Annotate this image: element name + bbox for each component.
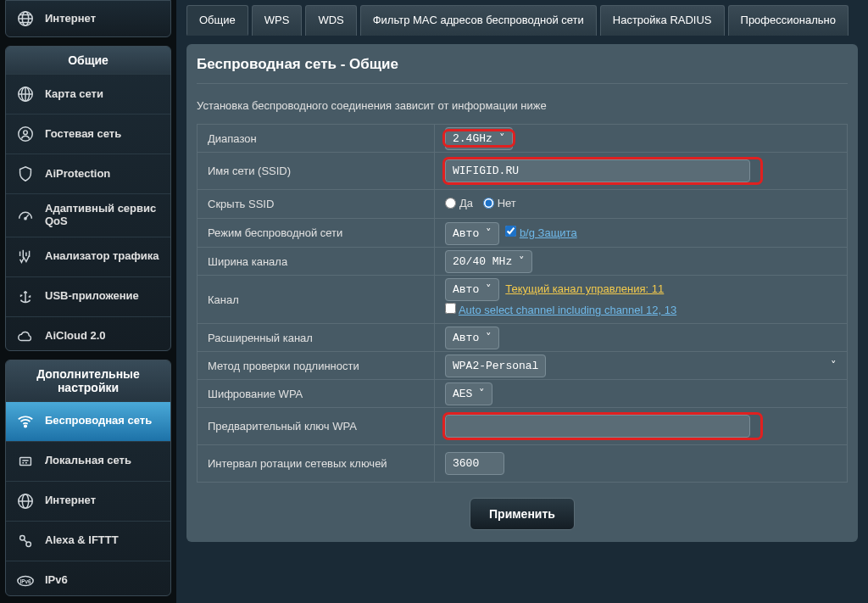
sidebar-group-advanced: Дополнительные настройки Беспроводная се…: [5, 360, 171, 596]
chevron-down-icon: ˅: [519, 255, 525, 268]
sidebar-label: Интернет: [45, 13, 96, 25]
ipv6-icon: IPv6: [14, 570, 36, 592]
bg-protect-label: b/g Защита: [520, 226, 577, 239]
row-mode-label: Режим беспроводной сети: [198, 219, 435, 248]
sidebar-label: Адаптивный сервис QoS: [45, 203, 162, 228]
tab-wds[interactable]: WDS: [305, 5, 356, 36]
row-hide-label: Скрыть SSID: [198, 190, 435, 219]
row-key-label: Предварительный ключ WPA: [198, 408, 435, 445]
settings-table: Диапазон 2.4GHz ˅ Имя сети (SSID): [197, 124, 848, 483]
svg-text:IPv6: IPv6: [19, 578, 31, 583]
chevron-down-icon: ˅: [831, 359, 837, 372]
sidebar-label: AiProtection: [45, 168, 110, 181]
sidebar-label: Alexa & IFTTT: [45, 534, 119, 547]
sidebar-label: Анализатор трафика: [45, 250, 159, 263]
globe-grid-icon: [14, 83, 36, 105]
row-rekey-label: Интервал ротации сетевых ключей: [198, 445, 435, 483]
svg-point-5: [24, 131, 28, 135]
hide-ssid-yes[interactable]: Да: [445, 197, 473, 209]
sidebar-item-aicloud[interactable]: AiCloud 2.0: [6, 317, 170, 351]
svg-point-7: [25, 425, 27, 427]
row-enc-label: Шифрование WPA: [198, 380, 435, 408]
sidebar-item-guest-network[interactable]: Гостевая сеть: [6, 114, 170, 154]
chevron-down-icon: ˅: [486, 227, 492, 240]
rekey-interval-input[interactable]: [445, 452, 504, 475]
sidebar-label: Интернет: [45, 494, 96, 507]
svg-point-6: [25, 218, 26, 220]
ssid-input[interactable]: [445, 159, 750, 182]
globe-icon: [14, 490, 36, 512]
encryption-select[interactable]: AES ˅: [445, 382, 492, 405]
hide-ssid-no[interactable]: Нет: [483, 197, 516, 209]
tabs: Общие WPS WDS Фильтр MAC адресов беспров…: [186, 5, 858, 36]
ext-channel-select[interactable]: Авто ˅: [445, 327, 499, 349]
sidebar-section-title: Общие: [6, 47, 170, 75]
tab-mac-filter[interactable]: Фильтр MAC адресов беспроводной сети: [360, 5, 597, 36]
sidebar-label: Гостевая сеть: [45, 128, 121, 141]
sidebar-label: Карта сети: [45, 88, 103, 101]
row-ext-channel-label: Расширенный канал: [198, 324, 435, 352]
tab-general[interactable]: Общие: [186, 5, 248, 36]
auto-channel-12-13-label: Auto select channel including channel 12…: [459, 304, 676, 316]
sidebar-item-lan[interactable]: Локальная сеть: [6, 442, 170, 482]
sidebar-item-usb-app[interactable]: USB-приложение: [6, 277, 170, 317]
sidebar-item-wireless[interactable]: Беспроводная сеть: [6, 402, 170, 442]
sidebar-item-internet-top[interactable]: Интернет: [5, 0, 171, 37]
guest-icon: [14, 123, 36, 145]
svg-rect-8: [20, 457, 31, 465]
mode-select[interactable]: Авто ˅: [445, 222, 499, 245]
sidebar-item-qos[interactable]: Адаптивный сервис QoS: [6, 194, 170, 237]
row-width-label: Ширина канала: [198, 248, 435, 276]
sidebar-item-aiprotection[interactable]: AiProtection: [6, 154, 170, 194]
tab-radius[interactable]: Настройка RADIUS: [600, 5, 725, 36]
sidebar-label: USB-приложение: [45, 290, 139, 303]
tab-wps[interactable]: WPS: [252, 5, 303, 36]
row-band-label: Диапазон: [198, 125, 435, 153]
sidebar-label: Локальная сеть: [45, 455, 131, 467]
row-ssid-label: Имя сети (SSID): [198, 153, 435, 190]
sidebar-item-network-map[interactable]: Карта сети: [6, 75, 170, 114]
channel-select[interactable]: Авто ˅: [445, 278, 499, 301]
gauge-icon: [14, 204, 36, 226]
sidebar-section-title: Дополнительные настройки: [6, 360, 170, 402]
band-select[interactable]: 2.4GHz ˅: [445, 127, 513, 150]
wifi-icon: [14, 410, 36, 433]
highlight-ssid: [445, 159, 760, 182]
bg-protect-checkbox[interactable]: [505, 226, 516, 237]
globe-icon: [14, 8, 36, 30]
sidebar-label: IPv6: [45, 574, 68, 587]
wpa-key-input[interactable]: [445, 415, 750, 438]
tab-professional[interactable]: Профессионально: [728, 5, 849, 36]
sidebar-group-general: Общие Карта сети Гостевая сеть AiProtect…: [5, 46, 171, 351]
traffic-icon: [14, 246, 36, 268]
usb-icon: [14, 286, 36, 308]
chevron-down-icon: ˅: [486, 332, 492, 344]
chevron-down-icon: ˅: [499, 132, 505, 145]
sidebar-label: Беспроводная сеть: [45, 415, 152, 427]
panel-wireless-general: Беспроводная сеть - Общие Установка бесп…: [186, 44, 858, 542]
panel-title: Беспроводная сеть - Общие: [197, 56, 848, 84]
sidebar-item-ipv6[interactable]: IPv6 IPv6: [6, 561, 170, 596]
apply-button[interactable]: Применить: [470, 498, 575, 530]
main-content: Общие WPS WDS Фильтр MAC адресов беспров…: [176, 0, 868, 603]
lan-icon: [14, 450, 36, 472]
integration-icon: [14, 530, 36, 552]
highlight-band: 2.4GHz ˅: [445, 131, 513, 145]
row-auth-label: Метод проверки подлинности: [198, 352, 435, 380]
row-channel-label: Канал: [198, 276, 435, 324]
cloud-icon: [14, 326, 36, 348]
sidebar-label: AiCloud 2.0: [45, 330, 106, 343]
channel-width-select[interactable]: 20/40 MHz ˅: [445, 250, 532, 273]
sidebar-item-internet[interactable]: Интернет: [6, 482, 170, 522]
chevron-down-icon: ˅: [486, 283, 492, 296]
chevron-down-icon: ˅: [479, 388, 485, 400]
panel-desc: Установка беспроводного соединения завис…: [197, 99, 848, 112]
sidebar-item-traffic-analyzer[interactable]: Анализатор трафика: [6, 237, 170, 277]
shield-icon: [14, 163, 36, 185]
highlight-wpa-key: [445, 415, 760, 438]
auto-channel-12-13-checkbox[interactable]: [445, 303, 456, 314]
auth-method-select[interactable]: WPA2-Personal ˅: [445, 355, 546, 377]
sidebar-item-alexa-ifttt[interactable]: Alexa & IFTTT: [6, 522, 170, 561]
channel-current-hint[interactable]: Текущий канал управления: 11: [505, 282, 664, 295]
